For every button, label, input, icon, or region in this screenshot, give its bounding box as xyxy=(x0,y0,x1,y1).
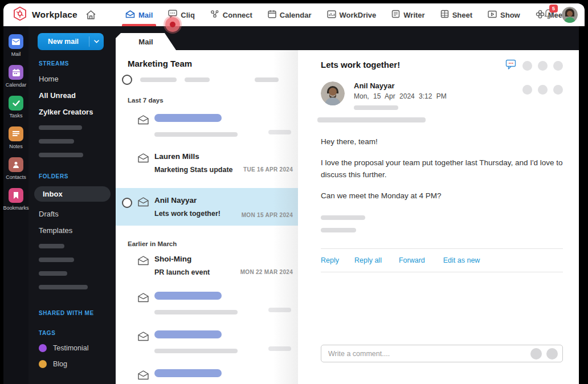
nav-app-workdrive[interactable]: WorkDrive xyxy=(327,3,377,26)
brand-name: Workplace xyxy=(32,10,77,20)
rail-item-bookmarks[interactable]: Bookmarks xyxy=(3,188,28,211)
comment-action-placeholder[interactable] xyxy=(546,348,558,360)
reply-all-link[interactable]: Reply all xyxy=(354,256,382,264)
tab-mail[interactable]: Mail xyxy=(116,33,176,50)
click-indicator xyxy=(165,17,180,32)
toolbar-action-placeholder[interactable] xyxy=(553,85,563,95)
toolbar-action-placeholder[interactable] xyxy=(538,85,548,95)
envelope-icon xyxy=(137,115,149,127)
toolbar-action-placeholder[interactable] xyxy=(553,61,563,71)
nav-app-label: Calendar xyxy=(280,11,312,19)
content-shell: Mail Calendar Tasks Notes xyxy=(3,26,579,384)
tasks-app-icon xyxy=(9,96,23,111)
rail-item-tasks[interactable]: Tasks xyxy=(3,96,28,119)
chevron-down-icon[interactable] xyxy=(89,36,104,47)
rail-label: Contacts xyxy=(6,174,26,180)
toolbar-action-placeholder[interactable] xyxy=(538,61,548,71)
rail-item-calendar[interactable]: Calendar xyxy=(3,65,28,88)
nav-app-label: Show xyxy=(500,11,520,19)
reply-link[interactable]: Reply xyxy=(321,256,339,264)
comment-bubble-icon[interactable] xyxy=(505,59,517,72)
sidebar-skeleton xyxy=(39,258,74,262)
rail-item-notes[interactable]: Notes xyxy=(3,126,28,149)
tag-blog[interactable]: Blog xyxy=(39,360,116,368)
tag-testimonial[interactable]: Testimonial xyxy=(39,344,116,352)
mail-date: TUE 16 APR 2024 xyxy=(243,166,293,173)
comment-input[interactable] xyxy=(321,350,530,358)
sidebar-item-home[interactable]: Home xyxy=(39,75,116,83)
envelope-icon xyxy=(137,293,149,305)
mail-list-panel: Marketing Team Last 7 days xyxy=(116,50,298,384)
message-actions: Reply Reply all Forward Edit as new xyxy=(321,249,563,272)
connect-icon xyxy=(210,10,219,20)
sidebar-item-zylker-creators[interactable]: Zylker Creators xyxy=(39,108,116,116)
mail-row-anil-nayyar-selected[interactable]: Anil Nayyar Lets work together! MON 15 A… xyxy=(116,188,298,226)
sender-name: Anil Nayyar xyxy=(354,81,522,90)
sidebar-skeleton xyxy=(39,244,64,248)
toolbar-skeleton xyxy=(140,77,177,82)
tag-color-dot xyxy=(39,360,47,368)
rail-item-contacts[interactable]: Contacts xyxy=(3,157,28,180)
mail-app-icon xyxy=(9,34,23,49)
mail-row-skeleton[interactable] xyxy=(116,325,298,358)
user-avatar[interactable] xyxy=(562,7,578,23)
sidebar-skeleton xyxy=(39,153,83,157)
mail-row-skeleton[interactable] xyxy=(116,286,298,319)
body-paragraph: Hey there, team! xyxy=(321,136,563,148)
nav-app-label: Cliq xyxy=(181,11,195,19)
sidebar-item-templates[interactable]: Templates xyxy=(39,226,116,235)
nav-app-mail[interactable]: Mail xyxy=(125,3,153,26)
envelope-icon xyxy=(137,256,149,268)
calendar-app-icon xyxy=(9,65,23,80)
toolbar-action-placeholder[interactable] xyxy=(522,61,532,71)
rail-item-mail[interactable]: Mail xyxy=(3,34,28,57)
message-title: Lets work together! xyxy=(321,59,400,70)
forward-link[interactable]: Forward xyxy=(399,256,425,264)
calendar-icon xyxy=(268,10,276,20)
edit-as-new-link[interactable]: Edit as new xyxy=(443,256,480,264)
mail-row-skeleton[interactable] xyxy=(116,363,298,384)
sheet-icon xyxy=(440,10,449,20)
mail-sidebar: New mail STREAMS Home All Unread Zylker … xyxy=(28,26,116,384)
mail-row-lauren-mills[interactable]: Lauren Mills Marketing Stats update TUE … xyxy=(116,146,298,180)
sender-name: Shoi-Ming xyxy=(154,255,298,263)
sidebar-skeleton xyxy=(39,271,67,276)
notification-badge: 5 xyxy=(549,5,558,13)
sender-block: Anil Nayyar Mon, 15 Apr 2024 3:12 PM xyxy=(321,81,563,110)
meta-skeleton xyxy=(354,105,398,110)
date-skeleton xyxy=(268,308,291,312)
sidebar-item-all-unread[interactable]: All Unread xyxy=(39,91,116,100)
toolbar-action-placeholder[interactable] xyxy=(522,85,532,95)
sender-skeleton xyxy=(154,292,222,300)
envelope-open-icon xyxy=(137,197,149,209)
folders-section-label: FOLDERS xyxy=(39,173,116,179)
reader-toolbar-secondary xyxy=(522,85,563,110)
mail-checkbox[interactable] xyxy=(122,198,132,208)
sidebar-item-drafts[interactable]: Drafts xyxy=(39,210,116,218)
sender-skeleton xyxy=(154,369,222,377)
rail-label: Bookmarks xyxy=(3,205,29,211)
new-mail-button[interactable]: New mail xyxy=(38,33,104,50)
home-icon[interactable] xyxy=(85,10,96,20)
nav-app-calendar[interactable]: Calendar xyxy=(268,3,312,26)
mail-row-skeleton[interactable] xyxy=(116,108,298,141)
toolbar-skeleton xyxy=(255,77,279,82)
mail-row-shoi-ming[interactable]: Shoi-Ming PR launch event MON 22 MAR 202… xyxy=(116,248,298,283)
app-icon-rail: Mail Calendar Tasks Notes xyxy=(3,26,28,384)
message-reader-pane: Lets work together! Anil Nayyar Mon, 15 … xyxy=(298,50,579,384)
notifications-bell-icon[interactable]: 5 xyxy=(544,9,554,22)
subject-skeleton xyxy=(154,349,238,353)
sidebar-item-inbox[interactable]: Inbox xyxy=(34,186,111,202)
select-all-checkbox[interactable] xyxy=(122,75,132,85)
nav-app-writer[interactable]: Writer xyxy=(391,3,424,26)
brand[interactable]: Workplace xyxy=(13,6,77,23)
signature-skeleton xyxy=(321,215,365,220)
comment-action-placeholder[interactable] xyxy=(530,348,542,360)
nav-app-sheet[interactable]: Sheet xyxy=(440,3,472,26)
subject-skeleton xyxy=(154,132,238,137)
date-skeleton xyxy=(268,346,291,351)
nav-app-connect[interactable]: Connect xyxy=(210,3,252,26)
nav-app-show[interactable]: Show xyxy=(488,3,520,26)
sender-name: Anil Nayyar xyxy=(154,196,298,205)
nav-app-label: Mail xyxy=(138,11,153,19)
